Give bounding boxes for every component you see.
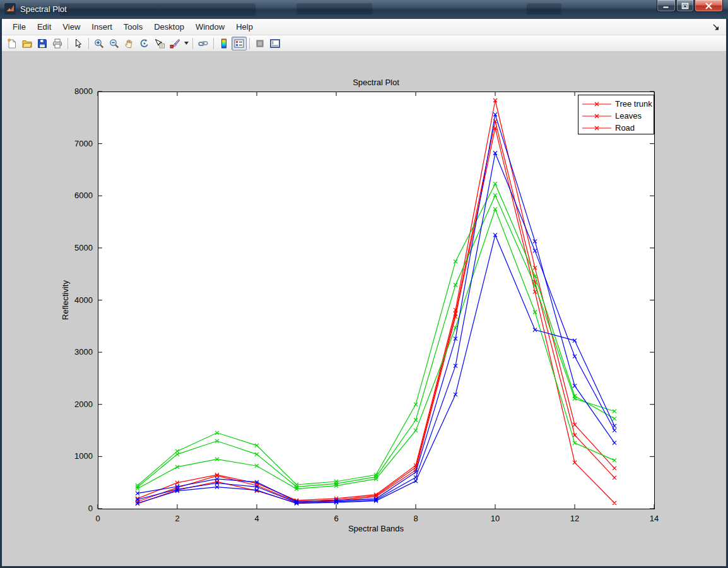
print-figure-button[interactable] [50,37,65,50]
dock-figure-button[interactable] [712,23,720,33]
toolbar-separator [249,38,250,49]
hide-plot-tools-button[interactable] [252,37,267,50]
figure-toolbar [2,35,726,52]
y-tick-label: 8000 [74,86,93,96]
menu-window[interactable]: Window [190,20,230,34]
matlab-logo-icon [4,3,16,15]
x-axis-label: Spectral Bands [348,524,404,533]
x-tick-label: 0 [95,514,100,523]
toolbar-separator [213,38,214,49]
title-bar[interactable]: Spectral Plot [0,0,728,19]
insert-colorbar-button[interactable] [216,37,232,50]
data-cursor-button[interactable] [152,37,167,50]
x-tick-label: 14 [650,514,659,523]
brush-dropdown-button[interactable] [182,37,190,50]
maximize-button[interactable] [676,0,694,12]
menu-help[interactable]: Help [230,20,259,34]
legend[interactable]: Tree trunkLeavesRoad [578,95,654,134]
zoom-out-button[interactable] [107,37,122,50]
legend-entry-label: Tree trunk [615,99,652,109]
save-figure-button[interactable] [35,37,50,50]
minimize-button[interactable] [657,0,676,12]
y-axis-label: Reflectivity [61,280,70,320]
menu-edit[interactable]: Edit [32,20,57,34]
menu-file[interactable]: File [7,20,32,34]
toolbar-separator [88,38,89,49]
x-tick-label: 10 [491,514,500,523]
figure-canvas: 0246810121401000200030004000500060007000… [2,52,726,566]
brush-data-button[interactable] [167,37,182,50]
y-tick-label: 5000 [74,243,93,252]
legend-entry-label: Road [615,123,635,133]
y-tick-label: 4000 [74,295,93,305]
y-tick-label: 0 [88,504,93,513]
new-figure-button[interactable] [4,37,20,50]
background-window-ghost [60,3,255,16]
insert-legend-button[interactable] [232,37,247,50]
menu-tools[interactable]: Tools [118,20,148,34]
rotate-3d-button[interactable] [137,37,152,50]
y-tick-label: 2000 [74,399,93,409]
open-file-button[interactable] [20,37,35,50]
y-tick-label: 3000 [74,347,93,357]
show-plot-tools-button[interactable] [267,37,283,50]
x-tick-label: 6 [334,514,338,523]
link-plot-button[interactable] [196,37,211,50]
chart-title: Spectral Plot [353,78,399,87]
background-window-ghost [527,3,561,15]
menu-view[interactable]: View [57,20,86,34]
menu-desktop[interactable]: Desktop [148,20,190,34]
y-tick-label: 6000 [74,191,93,200]
toolbar-separator [192,38,193,49]
pan-hand-button[interactable] [122,37,137,50]
background-window-ghost [296,3,372,15]
close-button[interactable] [695,0,723,12]
x-tick-label: 4 [254,514,259,523]
x-tick-label: 2 [175,514,179,523]
menu-bar: File Edit View Insert Tools Desktop Wind… [2,19,726,35]
legend-entry-label: Leaves [615,111,642,121]
y-tick-label: 7000 [74,139,93,148]
window-title: Spectral Plot [20,4,67,14]
y-tick-label: 1000 [74,451,93,461]
matlab-figure-window: Spectral Plot File Edit View Insert Tool… [0,0,728,568]
toolbar-separator [68,38,68,49]
edit-plot-pointer-button[interactable] [71,37,86,50]
spectral-plot-chart: 0246810121401000200030004000500060007000… [2,52,726,566]
x-tick-label: 8 [413,514,418,523]
zoom-in-button[interactable] [91,37,107,50]
menu-insert[interactable]: Insert [86,20,118,34]
x-tick-label: 12 [570,514,579,523]
